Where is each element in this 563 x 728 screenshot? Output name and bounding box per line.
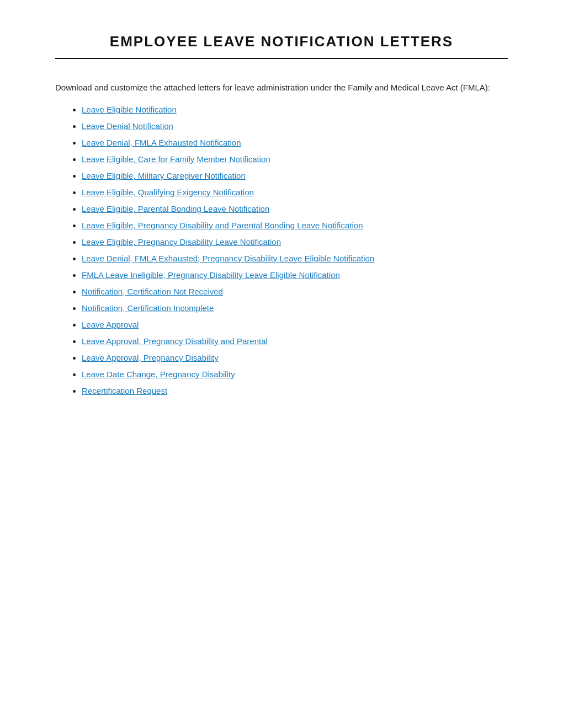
list-item: Leave Eligible, Pregnancy Disability and…	[82, 219, 508, 232]
notification-link-0[interactable]: Leave Eligible Notification	[82, 105, 177, 114]
notification-link-9[interactable]: Leave Denial, FMLA Exhausted; Pregnancy …	[82, 254, 374, 263]
notification-link-5[interactable]: Leave Eligible, Qualifying Exigency Noti…	[82, 188, 254, 197]
list-item: Leave Eligible, Parental Bonding Leave N…	[82, 202, 508, 216]
notification-link-16[interactable]: Leave Date Change, Pregnancy Disability	[82, 370, 235, 379]
list-item: Notification, Certification Incomplete	[82, 302, 508, 315]
notification-link-4[interactable]: Leave Eligible, Military Caregiver Notif…	[82, 171, 246, 180]
page-title: EMPLOYEE LEAVE NOTIFICATION LETTERS	[55, 33, 508, 50]
title-divider	[55, 58, 508, 59]
notification-link-11[interactable]: Notification, Certification Not Received	[82, 287, 223, 296]
list-item: Leave Denial Notification	[82, 120, 508, 133]
list-item: Recertification Request	[82, 384, 508, 398]
notification-link-14[interactable]: Leave Approval, Pregnancy Disability and…	[82, 336, 268, 346]
list-item: Leave Approval, Pregnancy Disability and…	[82, 335, 508, 348]
list-item: Leave Denial, FMLA Exhausted; Pregnancy …	[82, 252, 508, 265]
list-item: Leave Eligible, Pregnancy Disability Lea…	[82, 235, 508, 249]
notification-link-6[interactable]: Leave Eligible, Parental Bonding Leave N…	[82, 204, 269, 213]
notification-link-10[interactable]: FMLA Leave Ineligible; Pregnancy Disabil…	[82, 270, 340, 280]
list-item: Notification, Certification Not Received	[82, 285, 508, 298]
notification-link-3[interactable]: Leave Eligible, Care for Family Member N…	[82, 154, 270, 164]
notification-link-7[interactable]: Leave Eligible, Pregnancy Disability and…	[82, 221, 363, 230]
notification-link-13[interactable]: Leave Approval	[82, 320, 139, 329]
intro-paragraph: Download and customize the attached lett…	[55, 81, 508, 94]
list-item: Leave Eligible, Military Caregiver Notif…	[82, 169, 508, 183]
notification-links-list: Leave Eligible NotificationLeave Denial …	[55, 103, 508, 398]
list-item: FMLA Leave Ineligible; Pregnancy Disabil…	[82, 269, 508, 282]
notification-link-15[interactable]: Leave Approval, Pregnancy Disability	[82, 353, 219, 362]
notification-link-1[interactable]: Leave Denial Notification	[82, 121, 173, 131]
notification-link-8[interactable]: Leave Eligible, Pregnancy Disability Lea…	[82, 237, 281, 247]
list-item: Leave Denial, FMLA Exhausted Notificatio…	[82, 136, 508, 149]
list-item: Leave Eligible, Care for Family Member N…	[82, 153, 508, 166]
list-item: Leave Date Change, Pregnancy Disability	[82, 368, 508, 381]
notification-link-17[interactable]: Recertification Request	[82, 386, 167, 395]
notification-link-12[interactable]: Notification, Certification Incomplete	[82, 303, 214, 313]
list-item: Leave Approval, Pregnancy Disability	[82, 351, 508, 365]
list-item: Leave Approval	[82, 318, 508, 331]
notification-link-2[interactable]: Leave Denial, FMLA Exhausted Notificatio…	[82, 138, 241, 147]
list-item: Leave Eligible Notification	[82, 103, 508, 116]
list-item: Leave Eligible, Qualifying Exigency Noti…	[82, 186, 508, 199]
